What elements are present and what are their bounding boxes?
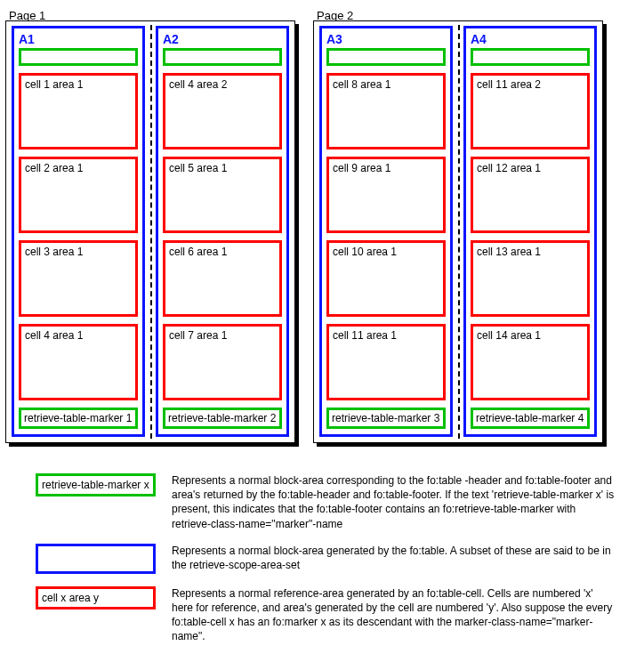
table-footer-box: retrieve-table-marker 3: [326, 408, 446, 429]
table-footer-box: retrieve-table-marker 2: [163, 408, 282, 429]
cell-box: cell 14 area 1: [471, 324, 590, 400]
legend-swatch-green: retrieve-table-marker x: [36, 473, 156, 496]
column-a4: A4 cell 11 area 2 cell 12 area 1 cell 13…: [458, 21, 602, 442]
cell-box: cell 9 area 1: [326, 157, 446, 233]
table-area-a3: A3 cell 8 area 1 cell 9 area 1 cell 10 a…: [319, 26, 453, 437]
cells-stack: cell 8 area 1 cell 9 area 1 cell 10 area…: [326, 73, 446, 400]
page-2-block: Page 2 A3 cell 8 area 1 cell 9 area 1 ce…: [317, 9, 607, 447]
table-header-box: [326, 48, 446, 66]
legend-text-red: Represents a normal reference-area gener…: [172, 586, 616, 644]
pages-row: Page 1 A1 cell 1 area 1 cell 2 area 1 ce…: [9, 9, 635, 447]
cell-box: cell 3 area 1: [19, 240, 138, 317]
table-area-a2: A2 cell 4 area 2 cell 5 area 1 cell 6 ar…: [156, 26, 289, 437]
cell-box: cell 2 area 1: [19, 157, 138, 233]
table-area-a4: A4 cell 11 area 2 cell 12 area 1 cell 13…: [463, 26, 597, 437]
legend-row-green: retrieve-table-marker x Represents a nor…: [36, 473, 635, 531]
page-inner: A1 cell 1 area 1 cell 2 area 1 cell 3 ar…: [5, 20, 295, 443]
cell-box: cell 1 area 1: [19, 73, 138, 149]
cell-box: cell 11 area 2: [471, 73, 590, 149]
cells-stack: cell 1 area 1 cell 2 area 1 cell 3 area …: [19, 73, 138, 400]
legend-row-red: cell x area y Represents a normal refere…: [36, 586, 635, 644]
area-label: A3: [326, 32, 446, 46]
column-a2: A2 cell 4 area 2 cell 5 area 1 cell 6 ar…: [150, 21, 294, 442]
cell-box: cell 11 area 1: [326, 324, 446, 400]
blue-swatch-box: [36, 544, 156, 574]
area-label: A2: [163, 32, 282, 46]
column-a3: A3 cell 8 area 1 cell 9 area 1 cell 10 a…: [314, 21, 458, 442]
legend-swatch-blue: [36, 544, 156, 574]
legend-text-green: Represents a normal block-area correspon…: [172, 473, 616, 531]
cell-box: cell 5 area 1: [163, 157, 282, 233]
cell-box: cell 13 area 1: [471, 240, 590, 317]
table-footer-box: retrieve-table-marker 4: [471, 408, 590, 429]
page-shadow: A1 cell 1 area 1 cell 2 area 1 cell 3 ar…: [9, 24, 299, 447]
area-label: A4: [471, 32, 590, 46]
cell-box: cell 4 area 2: [163, 73, 282, 149]
page-shadow: A3 cell 8 area 1 cell 9 area 1 cell 10 a…: [317, 24, 607, 447]
legend: retrieve-table-marker x Represents a nor…: [9, 473, 635, 644]
table-header-box: [19, 48, 138, 66]
cells-stack: cell 11 area 2 cell 12 area 1 cell 13 ar…: [471, 73, 590, 400]
table-header-box: [163, 48, 282, 66]
page-1-block: Page 1 A1 cell 1 area 1 cell 2 area 1 ce…: [9, 9, 299, 447]
cell-box: cell 7 area 1: [163, 324, 282, 400]
red-swatch-box: cell x area y: [36, 586, 156, 609]
area-label: A1: [19, 32, 138, 46]
table-header-box: [471, 48, 590, 66]
table-area-a1: A1 cell 1 area 1 cell 2 area 1 cell 3 ar…: [12, 26, 145, 437]
legend-text-blue: Represents a normal block-area generated…: [172, 544, 616, 572]
page-inner: A3 cell 8 area 1 cell 9 area 1 cell 10 a…: [313, 20, 603, 443]
cell-box: cell 12 area 1: [471, 157, 590, 233]
table-footer-box: retrieve-table-marker 1: [19, 408, 138, 429]
cell-box: cell 8 area 1: [326, 73, 446, 149]
cell-box: cell 6 area 1: [163, 240, 282, 317]
cell-box: cell 4 area 1: [19, 324, 138, 400]
green-swatch-box: retrieve-table-marker x: [36, 473, 156, 496]
legend-row-blue: Represents a normal block-area generated…: [36, 544, 635, 574]
column-a1: A1 cell 1 area 1 cell 2 area 1 cell 3 ar…: [6, 21, 150, 442]
cells-stack: cell 4 area 2 cell 5 area 1 cell 6 area …: [163, 73, 282, 400]
legend-swatch-red: cell x area y: [36, 586, 156, 609]
cell-box: cell 10 area 1: [326, 240, 446, 317]
